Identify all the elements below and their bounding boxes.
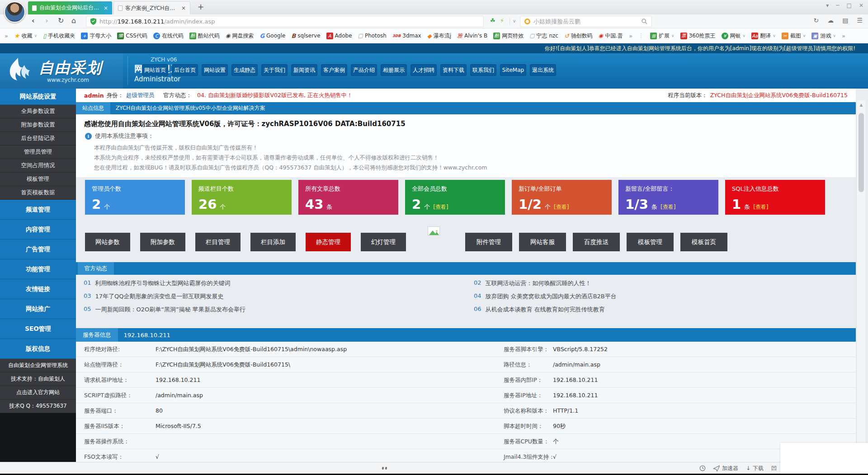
button-site-service[interactable]: 网站客服 <box>519 233 566 251</box>
nav-contact[interactable]: 联系我们 <box>470 64 496 76</box>
nav-downloads[interactable]: 资料下载 <box>440 64 467 76</box>
forward-icon[interactable]: › <box>45 17 48 25</box>
search-box[interactable]: 小姑娘撞脸岳云鹏 <box>520 16 652 27</box>
browser-tab-inactive[interactable]: 客户案例_ZYCH自由策划企业网 × <box>113 1 190 14</box>
tab-close-icon[interactable]: × <box>104 5 108 11</box>
button-baidu-push[interactable]: 百度推送 <box>573 233 620 251</box>
nav-news[interactable]: 新闻资讯 <box>291 64 317 76</box>
extension-games[interactable]: ▣游戏∨ <box>811 32 836 40</box>
bookmark-sqlserver[interactable]: Bsqlserve <box>291 33 320 39</box>
menu-icon[interactable]: ☰ <box>857 17 863 24</box>
window-minimize-icon[interactable]: ─ <box>836 2 839 9</box>
bookmark-alvins-blog[interactable]: 雅Alvin's B <box>457 33 487 39</box>
nav-logout[interactable]: 退出系统 <box>530 64 556 76</box>
sidebar-item-global-params[interactable]: 全局参数设置 <box>0 105 76 118</box>
official-news-tab[interactable]: 官方动态 <box>78 262 114 275</box>
bookmarks-expand-icon[interactable]: » <box>5 33 8 39</box>
extension-translate[interactable]: Aa翻译∨ <box>751 32 776 40</box>
news-item[interactable]: 02互联网活动运营：如何唤醒沉睡的人性！ <box>474 279 591 287</box>
sidebar-item-system-settings[interactable]: 网站系统设置 <box>0 89 76 105</box>
button-attachment-management[interactable]: 附件管理 <box>465 233 512 251</box>
bookmark-photoshop[interactable]: ▢Photosh <box>358 33 387 39</box>
view-link[interactable]: [查看] <box>753 203 768 211</box>
sidebar-item-site-promotion[interactable]: 网站推广 <box>0 299 76 319</box>
news-item[interactable]: 05一周新闻回顾：O2O刷单“黑洞”揭秘 苹果新品发布会举行 <box>84 306 245 314</box>
bookmark-font-size[interactable]: +字母大小 <box>81 32 111 40</box>
news-item[interactable]: 01利用蜘蛛池程序引导蜘蛛让大型网站霸屏你的关键词 <box>84 279 231 287</box>
bookmark-chichuang[interactable]: ↺驰创数码 <box>564 32 593 40</box>
window-close-icon[interactable]: ✕ <box>859 2 863 9</box>
official-news-marquee[interactable]: 04. 自由策划新版婚纱摄影版V02版已发布, 正在火热销售中！ <box>197 92 353 99</box>
sidebar-item-home-template-data[interactable]: 首页模板数据 <box>0 186 76 200</box>
extension-360-ticket[interactable]: 票360抢票王 <box>680 32 716 40</box>
chevron-down-icon[interactable]: ∨ <box>513 19 516 24</box>
lightning-icon[interactable]: ⚡ <box>500 17 504 24</box>
nav-products[interactable]: 产品介绍 <box>351 64 377 76</box>
button-template-management[interactable]: 模板管理 <box>627 233 674 251</box>
accelerator-button[interactable]: 加速器 <box>713 465 738 472</box>
sidebar-footer-official-site-link[interactable]: 点击进入官方网站 <box>0 386 76 400</box>
button-slide-management[interactable]: 幻灯管理 <box>361 233 406 251</box>
bookmark-adobe[interactable]: AAdobe <box>326 33 352 39</box>
nav-admin-home[interactable]: 后台首页 <box>172 64 198 76</box>
extension-netbank[interactable]: ¥网银∨ <box>722 32 746 40</box>
button-static-management[interactable]: 静态管理 <box>306 233 351 251</box>
button-column-management[interactable]: 栏目管理 <box>195 233 241 251</box>
bookmark-coolsite-code[interactable]: 酷酷站代码 <box>189 32 220 40</box>
button-extra-params[interactable]: 附加参数 <box>140 233 185 251</box>
search-icon[interactable] <box>642 19 647 24</box>
sidebar-item-space-usage[interactable]: 空间占用情况 <box>0 159 76 173</box>
view-link[interactable]: [查看] <box>433 203 448 211</box>
view-link[interactable]: [查看] <box>554 203 569 211</box>
nav-customer-cases[interactable]: 客户案例 <box>321 64 347 76</box>
nav-site-settings[interactable]: 网站设置 <box>202 64 228 76</box>
nav-generate-static[interactable]: 生成静态 <box>231 64 258 76</box>
sidebar-item-copyright-info[interactable]: 版权信息 <box>0 339 76 359</box>
sidebar-item-template-management[interactable]: 模板管理 <box>0 173 76 186</box>
sidebar-item-content-management[interactable]: 内容管理 <box>0 220 76 240</box>
sidebar-item-channel-management[interactable]: 频道管理 <box>0 200 76 220</box>
new-tab-button[interactable]: + <box>198 2 204 11</box>
bookmark-mobile-favorites[interactable]: ▯手机收藏夹 <box>43 32 75 40</box>
news-item[interactable]: 0317年了QQ企鹅形象的演变也是一部互联网发展史 <box>84 292 224 301</box>
scrollbar-thumb[interactable] <box>859 113 864 192</box>
sidebar-item-extra-params[interactable]: 附加参数设置 <box>0 118 76 132</box>
sidebar-item-friend-links[interactable]: 友情链接 <box>0 279 76 299</box>
bookmark-favorites[interactable]: ★收藏∨ <box>14 32 37 40</box>
news-item[interactable]: 06从机会成本谈教育 在线教育如何完胜传统教育 <box>474 306 605 314</box>
bookmark-css-code[interactable]: 懒CSS代码 <box>117 32 147 40</box>
tab-close-icon[interactable]: × <box>181 5 186 11</box>
cloud-icon[interactable]: ☁ <box>827 17 834 24</box>
nav-jobs[interactable]: 人才招聘 <box>410 64 437 76</box>
view-link[interactable]: [查看] <box>660 203 675 211</box>
bookmark-3dmax[interactable]: 3DB3dmax <box>392 33 421 39</box>
button-column-add[interactable]: 栏目添加 <box>250 233 296 251</box>
window-maximize-icon[interactable]: □ <box>847 2 852 9</box>
skin-icon[interactable]: ▾ <box>826 2 829 9</box>
news-item[interactable]: 04放弃团购 众美窝窝欲成为国内最大的酒店B2B平台 <box>474 292 617 301</box>
bookmark-google[interactable]: GGoogle <box>259 33 285 39</box>
refresh-icon[interactable]: ↻ <box>58 17 64 25</box>
site-info-tab[interactable]: 站点信息 <box>76 102 110 114</box>
scroll-up-icon[interactable]: ▲ <box>857 103 866 107</box>
bookmark-ningzhi[interactable]: ▢宁志 nzc <box>529 32 558 40</box>
reader-icon[interactable]: ▤ <box>842 17 848 24</box>
sidebar-item-ad-management[interactable]: 广告管理 <box>0 240 76 259</box>
extension-screenshot[interactable]: ✂截图∨ <box>782 32 806 40</box>
bookmark-web-effects[interactable]: 酷网页特效 <box>493 32 524 40</box>
nav-home[interactable]: 网站首页 <box>142 64 168 76</box>
nav-about-us[interactable]: 关于我们 <box>261 64 288 76</box>
sidebar-item-login-records[interactable]: 后台登陆记录 <box>0 132 76 146</box>
server-info-tab[interactable]: 服务器信息 <box>76 328 118 342</box>
sidebar-item-seo-management[interactable]: SEO管理 <box>0 319 76 339</box>
sidebar-item-function-management[interactable]: 功能管理 <box>0 259 76 279</box>
screenshot-tool-icon[interactable]: 凹 <box>771 465 777 472</box>
address-bar[interactable]: http://192.168.10.211/admin/index.asp <box>86 16 484 27</box>
button-template-home[interactable]: 模板首页 <box>680 233 727 251</box>
bookmark-online-code[interactable]: C在线代码 <box>153 32 184 40</box>
back-icon[interactable]: ‹ <box>32 17 35 25</box>
bookmark-waterfall[interactable]: ◆瀑布流j <box>427 32 451 40</box>
nav-sitemap[interactable]: SiteMap <box>500 64 526 76</box>
extension-manager[interactable]: ⊞扩展∨ <box>650 32 675 40</box>
browser-tab-active[interactable]: 自由策划企业网站后台管理系统 × <box>28 1 112 14</box>
